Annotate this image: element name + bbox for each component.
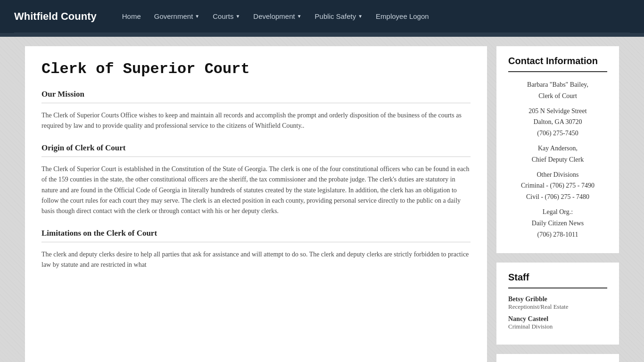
contact-title: Contact Information xyxy=(508,56,607,66)
staff-name-1: Betsy Gribble xyxy=(508,296,607,303)
government-dropdown-icon: ▼ xyxy=(195,14,199,19)
staff-title: Staff xyxy=(508,272,607,283)
criminal-phone: Criminal - (706) 275 - 7490 xyxy=(521,182,594,189)
origin-title: Origin of Clerk of Court xyxy=(41,143,471,153)
legal-paper: Daily Citizen News xyxy=(532,220,584,227)
contact-name: Barbara "Babs" Bailey, xyxy=(527,81,588,88)
deputy-name: Kay Anderson, xyxy=(538,145,578,152)
contact-card: Contact Information Barbara "Babs" Baile… xyxy=(496,46,619,253)
staff-name-2: Nancy Casteel xyxy=(508,315,607,323)
nav-home[interactable]: Home xyxy=(116,0,148,33)
origin-text: The Clerk of Superior Court is establish… xyxy=(41,164,471,217)
page-title: Clerk of Superior Court xyxy=(41,60,471,78)
contact-info: Barbara "Babs" Bailey, Clerk of Court 20… xyxy=(508,79,607,240)
nav-public-safety[interactable]: Public Safety ▼ xyxy=(308,0,369,33)
online-services-card: Online Services Online Clerk of Court Re… xyxy=(496,354,619,362)
mission-title: Our Mission xyxy=(41,90,471,99)
staff-member-2: Nancy Casteel Criminal Division xyxy=(508,315,607,330)
right-sidebar: Contact Information Barbara "Babs" Baile… xyxy=(496,46,619,362)
main-content: Clerk of Superior Court Our Mission The … xyxy=(25,46,487,362)
deputy-role: Chief Deputy Clerk xyxy=(532,156,584,163)
paper-phone: (706) 278-1011 xyxy=(537,231,578,238)
contact-phone: (706) 275-7450 xyxy=(537,130,578,137)
civil-phone: Civil - (706) 275 - 7480 xyxy=(526,193,589,200)
staff-member-1: Betsy Gribble Receptionist/Real Estate xyxy=(508,296,607,311)
staff-role-1: Receptionist/Real Estate xyxy=(508,303,607,311)
courts-dropdown-icon: ▼ xyxy=(235,14,240,19)
development-dropdown-icon: ▼ xyxy=(297,14,302,19)
staff-card: Staff Betsy Gribble Receptionist/Real Es… xyxy=(496,263,619,345)
other-divisions-label: Other Divisions xyxy=(537,171,578,178)
public-safety-dropdown-icon: ▼ xyxy=(358,14,363,19)
nav-government[interactable]: Government ▼ xyxy=(148,0,206,33)
site-title: Whitfield County xyxy=(14,10,97,23)
legal-org-label: Legal Org.: xyxy=(543,208,573,215)
contact-address: 205 N Selvidge Street xyxy=(528,107,586,115)
limitations-text: The clerk and deputy clerks desire to he… xyxy=(41,249,471,271)
nav-courts[interactable]: Courts ▼ xyxy=(206,0,247,33)
nav-development[interactable]: Development ▼ xyxy=(247,0,308,33)
contact-role: Clerk of Court xyxy=(538,92,577,99)
staff-role-2: Criminal Division xyxy=(508,323,607,330)
contact-city: Dalton, GA 30720 xyxy=(533,118,582,125)
nav-employee-logon[interactable]: Employee Logon xyxy=(369,0,436,33)
limitations-title: Limitations on the Clerk of Court xyxy=(41,229,471,238)
mission-text: The Clerk of Superior Courts Office wish… xyxy=(41,110,471,132)
